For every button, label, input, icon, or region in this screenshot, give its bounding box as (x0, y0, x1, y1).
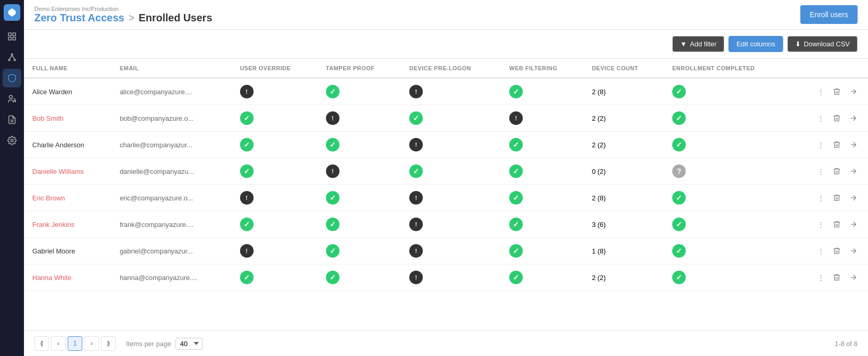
sidebar (0, 0, 24, 356)
users-table: FULL NAME EMAIL USER OVERRIDE TAMPER PRO… (24, 59, 868, 291)
cell-name[interactable]: Bob Smith (24, 105, 111, 132)
cell-name[interactable]: Eric Brown (24, 185, 111, 211)
cell-name[interactable]: Frank Jenkins (24, 211, 111, 238)
breadcrumb-parent[interactable]: Zero Trust Access (34, 12, 124, 24)
add-filter-button[interactable]: ▼ Add filter (672, 36, 724, 52)
sidebar-item-zerotrust[interactable] (3, 69, 21, 87)
status-dark-icon: ! (409, 271, 423, 284)
download-icon: ⬇ (795, 40, 801, 48)
delete-button[interactable] (831, 165, 843, 177)
cell-web-filtering: ! (501, 105, 584, 132)
delete-button[interactable] (831, 138, 843, 151)
page-1-button[interactable]: 1 (68, 336, 82, 351)
cell-user-override: ! (232, 185, 318, 211)
navigate-button[interactable] (847, 85, 860, 98)
status-green-icon: ✓ (326, 271, 339, 284)
cell-device-count: 3 (6) (584, 211, 664, 238)
cell-web-filtering: ✓ (501, 264, 584, 291)
cell-enrollment-completed: ✓ (664, 185, 790, 211)
sidebar-item-users[interactable] (3, 90, 21, 108)
cell-email: hanna@companyazure.... (111, 264, 232, 291)
cell-name: Alice Warden (24, 78, 111, 105)
svg-point-5 (8, 59, 10, 61)
cell-email: alice@companyazure.... (111, 78, 232, 105)
status-green-icon: ✓ (409, 111, 423, 125)
more-options-button[interactable]: ⋮ (815, 192, 826, 204)
delete-button[interactable] (831, 271, 843, 284)
col-user-override: USER OVERRIDE (232, 59, 318, 78)
cell-device-pre-logon: ✓ (401, 105, 501, 132)
navigate-button[interactable] (847, 192, 860, 204)
svg-point-6 (14, 59, 16, 61)
download-csv-label: Download CSV (804, 40, 850, 48)
svg-line-8 (12, 55, 15, 59)
more-options-button[interactable]: ⋮ (815, 272, 826, 284)
cell-user-override: ! (232, 238, 318, 264)
main-content: Demo Enterprises Inc/Production Zero Tru… (24, 0, 868, 356)
more-options-button[interactable]: ⋮ (815, 219, 826, 231)
status-dark-icon: ! (409, 218, 423, 231)
cell-tamper-proof: ✓ (318, 211, 401, 238)
col-enrollment-completed: ENROLLMENT COMPLETED (664, 59, 790, 78)
cell-enrollment-completed: ? (664, 158, 790, 185)
sidebar-item-settings[interactable] (3, 131, 21, 150)
navigate-button[interactable] (847, 138, 860, 151)
next-page-button[interactable]: › (84, 336, 99, 351)
prev-page-button[interactable]: ‹ (51, 336, 66, 351)
status-green-icon: ✓ (509, 85, 523, 98)
status-dark-icon: ! (409, 138, 423, 151)
first-page-button[interactable]: ⟪ (34, 336, 49, 351)
sidebar-item-dashboard[interactable] (3, 27, 21, 46)
navigate-button[interactable] (847, 112, 860, 124)
cell-device-count: 2 (8) (584, 185, 664, 211)
delete-button[interactable] (831, 192, 843, 204)
download-csv-button[interactable]: ⬇ Download CSV (787, 36, 858, 52)
navigate-button[interactable] (847, 218, 860, 231)
cell-name[interactable]: Hanna White (24, 264, 111, 291)
add-filter-label: Add filter (690, 40, 716, 48)
sidebar-item-network[interactable] (3, 48, 21, 67)
status-green-icon: ✓ (672, 218, 686, 231)
cell-actions: ⋮ (790, 105, 868, 132)
status-green-icon: ✓ (672, 138, 686, 151)
cell-actions: ⋮ (790, 185, 868, 211)
delete-button[interactable] (831, 112, 843, 124)
more-options-button[interactable]: ⋮ (815, 166, 826, 177)
enroll-users-button[interactable]: Enroll users (800, 5, 858, 24)
more-options-button[interactable]: ⋮ (815, 139, 826, 151)
last-page-button[interactable]: ⟫ (101, 336, 116, 351)
items-per-page-control: Items per page 40 20 100 (126, 338, 203, 350)
cell-device-count: 1 (8) (584, 238, 664, 264)
cell-tamper-proof: ✓ (318, 132, 401, 158)
cell-actions: ⋮ (790, 264, 868, 291)
status-green-icon: ✓ (240, 111, 254, 125)
delete-button[interactable] (831, 245, 843, 257)
svg-rect-0 (8, 33, 11, 35)
cell-name: Gabriel Moore (24, 238, 111, 264)
cell-email: eric@companyazure.o... (111, 185, 232, 211)
more-options-button[interactable]: ⋮ (815, 86, 826, 98)
status-green-icon: ✓ (509, 164, 523, 178)
status-green-icon: ✓ (672, 271, 686, 284)
edit-columns-button[interactable]: Edit columns (728, 36, 783, 52)
more-options-button[interactable]: ⋮ (815, 112, 826, 124)
breadcrumb: Zero Trust Access > Enrolled Users (34, 12, 212, 24)
cell-name[interactable]: Danielle Williams (24, 158, 111, 185)
status-green-icon: ✓ (326, 191, 339, 205)
sidebar-item-policies[interactable] (3, 110, 21, 129)
items-per-page-select[interactable]: 40 20 100 (175, 338, 203, 350)
cell-device-count: 0 (2) (584, 158, 664, 185)
navigate-button[interactable] (847, 165, 860, 177)
navigate-button[interactable] (847, 245, 860, 257)
more-options-button[interactable]: ⋮ (815, 245, 826, 257)
navigate-button[interactable] (847, 271, 860, 284)
table-row: Eric Brown eric@companyazure.o... ! ✓ ! … (24, 185, 868, 211)
pagination: ⟪ ‹ 1 › ⟫ Items per page 40 20 100 1-8 o… (24, 330, 868, 356)
delete-button[interactable] (831, 218, 843, 231)
cell-actions: ⋮ (790, 211, 868, 238)
svg-point-9 (9, 95, 12, 98)
cell-email: bob@companyazure.o... (111, 105, 232, 132)
svg-rect-2 (8, 37, 11, 40)
delete-button[interactable] (831, 85, 843, 98)
header-title-area: Demo Enterprises Inc/Production Zero Tru… (34, 6, 212, 24)
